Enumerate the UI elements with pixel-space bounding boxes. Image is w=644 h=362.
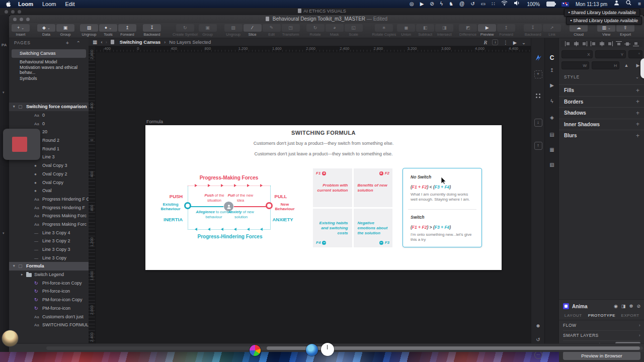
add-component-icon[interactable]: + <box>531 70 545 78</box>
anima-tab[interactable]: EXPORT <box>616 312 644 320</box>
horizontal-scrollbar-track[interactable] <box>46 346 643 350</box>
align-left-icon[interactable] <box>590 41 596 46</box>
align-top-icon[interactable] <box>616 41 622 46</box>
add-style-icon[interactable]: + <box>636 87 639 94</box>
disclosure-triangle[interactable] <box>13 264 18 268</box>
lightning-icon[interactable]: ϟ <box>545 99 559 104</box>
input-flag-icon[interactable] <box>561 2 569 7</box>
notification-center-icon[interactable]: ≡ <box>638 0 641 8</box>
layer-row[interactable]: Switch Legend <box>9 270 89 279</box>
user-avatar[interactable] <box>2 330 19 347</box>
distribute-horizontal-icon[interactable] <box>573 41 579 46</box>
toolbar-button[interactable]: ▣ Group <box>199 24 217 37</box>
rotation-field[interactable]: ° <box>628 50 642 58</box>
shared-library-badge[interactable]: • Shared Library Update Available <box>564 9 640 17</box>
align-middle-icon[interactable] <box>624 41 630 46</box>
bolt-icon[interactable]: ϟ <box>440 0 443 8</box>
layer-row[interactable]: Oval Copy 3 <box>9 161 89 170</box>
pull-update-icon[interactable]: ↓ <box>492 39 498 45</box>
layer-row[interactable]: 0 <box>9 111 89 120</box>
layer-row[interactable]: Switching force comparison <box>9 103 89 111</box>
toolbar-button[interactable]: ◱ Scale <box>345 24 363 37</box>
layer-row[interactable]: Customers don't just <box>9 312 89 321</box>
toolbar-button[interactable]: ⇧ Export <box>616 24 634 37</box>
toolbar-button[interactable]: ● Tools <box>99 24 117 37</box>
canvas[interactable]: ▦ ‹› Switching Canvas › No Layers Select… <box>89 38 531 351</box>
volume-icon[interactable] <box>514 0 520 8</box>
collapse-bar-icon[interactable]: ⌄ <box>522 40 526 45</box>
toolbar-button[interactable]: ◨ Intersect <box>435 24 453 37</box>
toolbar-button[interactable]: ◆ Data <box>37 24 55 37</box>
image-icon[interactable]: ▧ <box>545 162 559 167</box>
layer-row[interactable]: Progress Making Forc <box>9 212 89 220</box>
toolbar-button[interactable]: ▨ Ungroup <box>80 24 98 37</box>
toolbar-button[interactable]: ◧ Subtract <box>416 24 434 37</box>
toolbar-button[interactable]: ↗ Link <box>543 24 561 37</box>
width-field[interactable]: W <box>561 61 589 69</box>
sync-icon[interactable]: ⊘ <box>636 304 640 309</box>
layer-row[interactable]: Oval Copy 2 <box>9 170 89 178</box>
do-not-disturb-icon[interactable]: ⊘ <box>430 0 434 8</box>
toolbar-button[interactable]: ◳ Transform <box>282 24 300 37</box>
layer-row[interactable]: Line 3 Copy <box>9 253 89 262</box>
preview-in-browser-button[interactable]: Preview in Browser <box>563 351 640 360</box>
toolbar-button[interactable]: ◼ Union <box>397 24 415 37</box>
distribute-left-icon[interactable] <box>565 41 571 46</box>
app-paw-icon[interactable]: ♞ <box>449 0 453 8</box>
layer-row[interactable]: SWITCHING FORMULA <box>9 321 89 329</box>
components-grid-icon[interactable] <box>531 93 545 99</box>
y-position-field[interactable]: Y <box>595 50 626 58</box>
cards-icon[interactable]: ▤ <box>545 132 559 137</box>
menu-bar-clock[interactable]: Mon 11:13 pm <box>576 2 607 7</box>
anima-plugin-icon[interactable] <box>531 54 545 62</box>
toolbar-button[interactable]: ↧ Backward <box>143 24 161 37</box>
disclosure-triangle[interactable] <box>13 105 18 109</box>
style-section-row[interactable]: Shadows+ <box>559 107 644 119</box>
menu-loom[interactable]: Loom <box>42 1 56 7</box>
layer-row[interactable]: Oval <box>9 187 89 195</box>
flow-row[interactable]: FLOW› <box>563 320 640 331</box>
spotlight-search-icon[interactable] <box>626 0 631 8</box>
align-center-icon[interactable] <box>599 41 605 46</box>
page-item[interactable]: Switching Canvas <box>12 49 86 58</box>
toolbar-button[interactable]: ✎ Edit <box>263 24 281 37</box>
dock-icon-globe[interactable] <box>306 344 318 356</box>
layer-row[interactable]: Progress Hindering F Copy <box>9 195 89 204</box>
artboard-formula[interactable]: SWITCHING FORMULA Customers don't just b… <box>145 125 502 270</box>
x-position-field[interactable]: X <box>561 50 593 58</box>
flip-horizontal-icon[interactable]: ▲ <box>622 61 631 69</box>
layer-row[interactable]: Line 3 Copy 2 <box>9 237 89 245</box>
toolbar-button[interactable]: + Insert <box>12 24 30 37</box>
add-style-icon[interactable]: + <box>636 110 639 117</box>
play-prototype-icon[interactable]: ▶ <box>513 40 517 45</box>
frames-icon[interactable]: ▦ <box>545 147 559 152</box>
toolbar-button[interactable]: ◩ Difference <box>459 24 477 37</box>
toolbar-button[interactable]: ◕ Mask <box>326 24 344 37</box>
settings-gear-icon[interactable]: ☸ <box>629 304 633 309</box>
breadcrumb-page[interactable]: Switching Canvas <box>120 39 160 45</box>
disclosure-triangle[interactable] <box>21 273 26 277</box>
anima-tab[interactable]: LAYOUT <box>559 312 588 320</box>
disc-icon[interactable]: ◎ <box>410 0 414 8</box>
toolbar-button[interactable]: ▣ Group <box>56 24 74 37</box>
artboard-label[interactable]: Formula <box>146 119 163 124</box>
share-icon[interactable]: ↥ <box>545 67 559 73</box>
add-style-icon[interactable]: + <box>636 121 639 128</box>
layer-row[interactable]: Progress Making Forc <box>9 220 89 229</box>
style-section-row[interactable]: Fills+ <box>559 84 644 96</box>
menu-loom-app[interactable]: Loom <box>18 1 33 7</box>
page-item[interactable]: Symbols <box>12 74 86 83</box>
style-section-row[interactable]: Inner Shadows+ <box>559 119 644 130</box>
red-color-swatch[interactable] <box>12 137 27 152</box>
height-field[interactable]: H <box>592 61 619 69</box>
anima-tab[interactable]: PROTOTYPE <box>588 312 616 320</box>
more-options-icon[interactable]: ⋯ <box>531 351 545 359</box>
at-icon[interactable]: @ <box>459 0 464 8</box>
toolbar-button[interactable]: ↧ Backward <box>524 24 542 37</box>
style-section-row[interactable]: Blurs+ <box>559 130 644 141</box>
align-bottom-icon[interactable] <box>633 41 639 46</box>
toolbar-button[interactable]: ↻ Rotate <box>306 24 325 37</box>
panel-icon[interactable]: ◨ <box>621 304 626 309</box>
layer-row[interactable]: PH-force-icon <box>9 287 89 296</box>
toolbar-button[interactable]: ↻ Create Symbol <box>173 24 198 37</box>
